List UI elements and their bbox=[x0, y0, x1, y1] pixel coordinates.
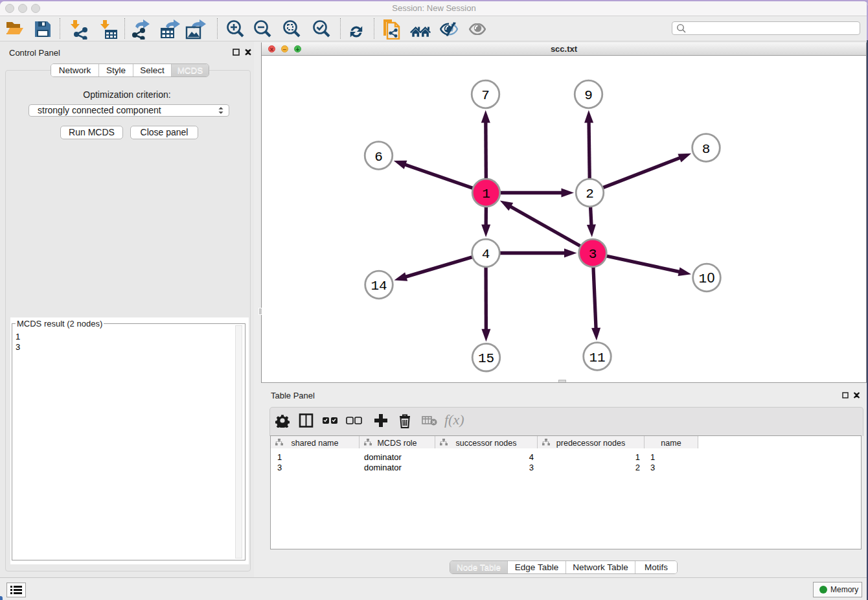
svg-text:7: 7 bbox=[481, 88, 490, 103]
svg-text:3: 3 bbox=[589, 247, 597, 262]
svg-text:9: 9 bbox=[584, 88, 593, 103]
svg-text:4: 4 bbox=[482, 247, 490, 262]
svg-text:1: 1 bbox=[482, 187, 490, 202]
svg-text:8: 8 bbox=[702, 142, 711, 157]
svg-text:10: 10 bbox=[698, 270, 714, 286]
svg-text:6: 6 bbox=[374, 150, 383, 165]
svg-text:15: 15 bbox=[478, 351, 494, 366]
svg-text:11: 11 bbox=[589, 351, 605, 365]
svg-text:2: 2 bbox=[586, 187, 594, 202]
svg-text:14: 14 bbox=[371, 279, 387, 294]
